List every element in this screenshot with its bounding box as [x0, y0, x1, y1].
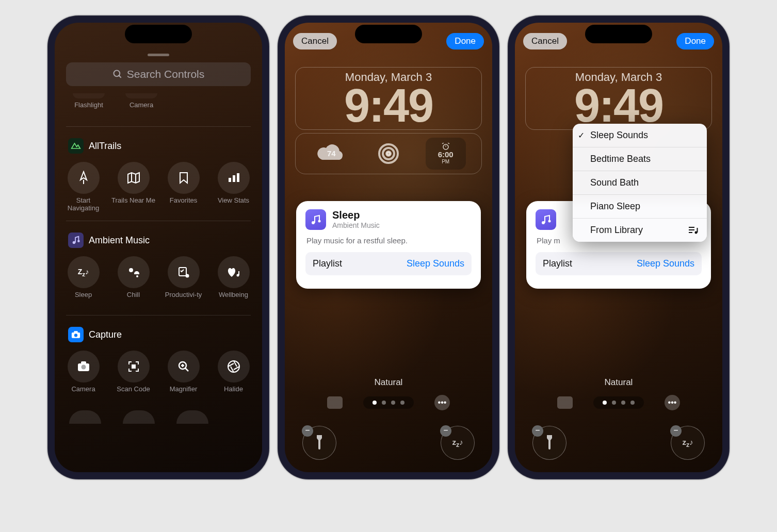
clock-widget[interactable]: 6:00 PM	[426, 138, 466, 170]
cancel-button[interactable]: Cancel	[523, 33, 567, 49]
control-wellbeing[interactable]: Wellbeing	[211, 256, 256, 307]
dropdown-item-from-library[interactable]: From Library	[573, 219, 707, 242]
remove-badge-icon[interactable]: −	[670, 425, 682, 437]
checklist-note-icon	[177, 266, 190, 278]
picker-label: Playlist	[543, 258, 572, 269]
done-button[interactable]: Done	[676, 33, 714, 49]
picker-label: Playlist	[313, 258, 342, 269]
style-pager[interactable]	[363, 396, 414, 409]
capture-app-icon	[68, 327, 84, 342]
capture-controls-row-2	[55, 407, 262, 428]
alarm-icon	[441, 143, 451, 150]
svg-point-0	[114, 71, 120, 77]
divider	[66, 315, 251, 315]
sheet-grabber[interactable]	[148, 54, 169, 56]
control-start-navigating[interactable]: Start Navigating	[61, 162, 106, 212]
quick-action-flashlight[interactable]: −	[532, 426, 566, 460]
picker-value: Sleep Sounds	[637, 258, 694, 269]
ambient-music-controls-row: Zz♪ Sleep Chill Productivi-ty Wellbeing	[55, 253, 262, 311]
svg-point-36	[318, 220, 321, 223]
style-pager[interactable]	[593, 396, 644, 409]
svg-point-17	[74, 334, 77, 337]
style-name: Natural	[285, 377, 492, 388]
section-header-alltrails: AllTrails	[55, 131, 262, 159]
control-halide[interactable]: Halide	[211, 351, 256, 401]
svg-rect-22	[132, 364, 136, 369]
flashlight-icon	[315, 435, 324, 451]
dropdown-item-bedtime-beats[interactable]: Bedtime Beats	[573, 147, 707, 171]
card-description: Play music for a restful sleep.	[306, 236, 471, 245]
control-placeholder[interactable]	[115, 410, 163, 424]
dropdown-item-piano-sleep[interactable]: Piano Sleep	[573, 195, 707, 219]
more-button[interactable]: •••	[665, 395, 680, 410]
sun-cloud-note-icon	[127, 267, 140, 278]
ambient-music-app-icon	[536, 209, 556, 230]
wallpaper-thumbnail[interactable]	[557, 396, 573, 409]
checkmark-icon: ✓	[578, 130, 585, 140]
done-button[interactable]: Done	[446, 33, 484, 49]
control-placeholder[interactable]	[61, 410, 109, 424]
svg-line-33	[442, 143, 444, 144]
remove-badge-icon[interactable]: −	[440, 425, 451, 437]
section-header-ambient-music: Ambient Music	[55, 225, 262, 253]
control-camera[interactable]: Camera	[121, 93, 162, 117]
control-productivity[interactable]: Productivi-ty	[161, 256, 206, 307]
dropdown-item-sound-bath[interactable]: Sound Bath	[573, 171, 707, 195]
quick-actions-row: − − zz♪	[285, 426, 492, 460]
control-favorites[interactable]: Favorites	[161, 162, 206, 212]
search-controls-field[interactable]: Search Controls	[66, 62, 251, 86]
mountain-icon	[71, 142, 81, 149]
control-magnifier[interactable]: Magnifier	[161, 351, 206, 401]
sparkle-note-icon	[71, 236, 80, 245]
dropdown-item-sleep-sounds[interactable]: ✓ Sleep Sounds	[573, 124, 707, 147]
remove-badge-icon[interactable]: −	[302, 425, 313, 437]
search-placeholder: Search Controls	[127, 68, 205, 80]
heart-note-icon	[227, 267, 240, 278]
magnifier-plus-icon	[177, 360, 190, 373]
flashlight-icon	[545, 435, 554, 451]
playlist-picker[interactable]: Playlist Sleep Sounds	[305, 252, 472, 275]
divider	[66, 126, 251, 127]
rings-icon	[377, 142, 400, 165]
quick-action-sleep-sound[interactable]: − zz♪	[671, 426, 705, 460]
date-time-widget-slot[interactable]: Monday, March 3 9:49	[525, 67, 712, 130]
bookmark-icon	[179, 172, 188, 184]
control-trails-near-me[interactable]: Trails Near Me	[111, 162, 156, 212]
svg-rect-12	[179, 268, 186, 276]
wallpaper-thumbnail[interactable]	[327, 396, 343, 409]
date-time-widget-slot[interactable]: Monday, March 3 9:49	[295, 67, 482, 130]
control-camera[interactable]: Camera	[61, 351, 106, 401]
svg-point-27	[228, 361, 239, 372]
music-note-icon	[310, 214, 321, 225]
control-placeholder[interactable]	[168, 410, 217, 424]
control-view-stats[interactable]: View Stats	[211, 162, 256, 212]
sleep-zzz-icon: zz♪	[452, 438, 463, 448]
widgets-row[interactable]: 74 6:00 PM	[295, 133, 482, 174]
ambient-music-app-icon	[68, 232, 84, 248]
weather-widget[interactable]: 74	[311, 138, 351, 170]
svg-point-11	[136, 275, 138, 277]
sleep-zzz-icon: Zz♪	[78, 268, 89, 277]
lockscreen-editor-screen: Cancel Done Monday, March 3 9:49 74 6:00…	[285, 23, 492, 472]
control-scan-code[interactable]: Scan Code	[111, 351, 156, 401]
svg-line-24	[185, 368, 188, 371]
quick-action-sleep-sound[interactable]: − zz♪	[441, 426, 475, 460]
playlist-dropdown: ✓ Sleep Sounds Bedtime Beats Sound Bath …	[573, 124, 707, 242]
controls-gallery-screen: Search Controls Flashlight Camera AllTra…	[55, 23, 262, 472]
cancel-button[interactable]: Cancel	[293, 33, 337, 49]
remove-badge-icon[interactable]: −	[532, 425, 543, 437]
control-flashlight[interactable]: Flashlight	[68, 93, 109, 117]
section-header-capture: Capture	[55, 320, 262, 347]
dynamic-island	[585, 25, 652, 43]
camera-icon	[77, 361, 90, 372]
playlist-picker[interactable]: Playlist Sleep Sounds	[536, 252, 702, 275]
control-chill[interactable]: Chill	[111, 256, 156, 307]
activity-widget[interactable]	[368, 138, 409, 170]
phone-frame-1: Search Controls Flashlight Camera AllTra…	[47, 15, 269, 479]
svg-point-30	[386, 152, 391, 156]
more-button[interactable]: •••	[434, 395, 450, 410]
phone-frame-2: Cancel Done Monday, March 3 9:49 74 6:00…	[278, 15, 499, 479]
control-sleep[interactable]: Zz♪ Sleep	[61, 256, 106, 307]
quick-action-flashlight[interactable]: −	[302, 426, 336, 460]
svg-rect-7	[237, 173, 239, 182]
